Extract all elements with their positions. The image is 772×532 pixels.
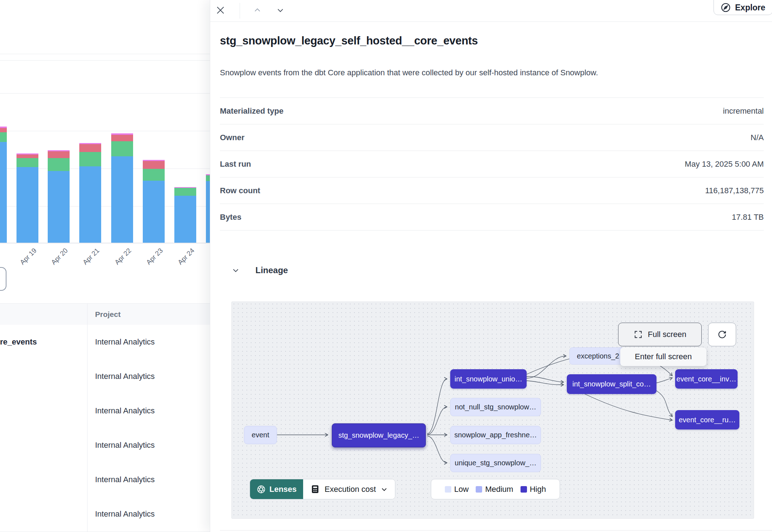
lineage-node-unio[interactable]: int_snowplow_unio… [450, 369, 527, 389]
lineage-node-exceptions[interactable]: exceptions_2 [569, 347, 627, 365]
lineage-section-header[interactable]: Lineage [232, 265, 288, 275]
table-row[interactable]: re_eventsInternal Analytics [0, 325, 210, 360]
lineage-canvas[interactable]: eventstg_snowplow_legacy_…int_snowplow_u… [231, 301, 754, 519]
explore-button[interactable]: Explore [714, 0, 772, 15]
lineage-node-inv[interactable]: event_core__inv… [675, 369, 738, 389]
stacked-bar[interactable] [0, 127, 7, 243]
legend-label: High [530, 485, 546, 494]
detail-value: N/A [750, 133, 764, 142]
section-divider [220, 530, 772, 531]
detail-row: Materialized typeincremental [220, 98, 764, 124]
project-cell: Internal Analytics [95, 394, 155, 428]
stacked-bar[interactable] [79, 143, 101, 243]
detail-label: Row count [220, 186, 260, 195]
bar-segment-blue-segment [0, 142, 7, 243]
stacked-bar[interactable] [174, 187, 196, 243]
lineage-node-app_fresh[interactable]: snowplow_app_freshne… [450, 426, 541, 444]
next-item-button[interactable] [273, 3, 287, 17]
lineage-node-unique[interactable]: unique_stg_snowplow_… [450, 454, 541, 472]
chart-gridline [0, 93, 210, 94]
x-axis-label: Apr 22 [106, 247, 133, 274]
bar-segment-red-segment [143, 161, 165, 169]
bar-segment-green-segment [0, 132, 7, 142]
model-title: stg_snowplow_legacy_self_hosted__core_ev… [220, 34, 478, 47]
stacked-bar[interactable] [143, 160, 165, 243]
detail-value: 116,187,138,775 [705, 186, 764, 195]
x-axis-label: Apr 24 [169, 247, 196, 274]
detail-label: Last run [220, 160, 251, 169]
detail-label: Bytes [220, 213, 241, 222]
stacked-bar[interactable] [17, 153, 38, 243]
legend-item-medium: Medium [476, 485, 513, 494]
explore-label: Explore [735, 3, 765, 13]
table-header: Project [0, 303, 210, 326]
fullscreen-button[interactable]: Full screen [618, 323, 702, 346]
close-button[interactable] [213, 3, 227, 17]
detail-value: incremental [723, 106, 764, 116]
chart-gridline [0, 131, 210, 131]
detail-label: Materialized type [220, 106, 283, 116]
lenses-button[interactable]: Lenses [250, 479, 303, 499]
calculator-icon [310, 484, 320, 494]
detail-row: Last runMay 13, 2025 5:00 AM [220, 151, 764, 177]
lineage-node-stg[interactable]: stg_snowplow_legacy_… [332, 423, 426, 447]
model-description: Snowplow events from the dbt Core applic… [220, 68, 598, 77]
bar-segment-red-segment [111, 135, 133, 141]
refresh-button[interactable] [708, 323, 736, 346]
bar-segment-blue-segment [79, 166, 101, 243]
bar-segment-blue-segment [143, 181, 165, 243]
table-row[interactable]: Internal Analytics [0, 359, 210, 394]
legend-swatch [445, 486, 451, 493]
fullscreen-tooltip: Enter full screen [620, 347, 706, 366]
model-detail-panel: Explore stg_snowplow_legacy_self_hosted_… [210, 0, 772, 532]
chevron-down-icon [232, 266, 240, 274]
x-axis-label: Apr 21 [74, 247, 101, 274]
project-cell: Internal Analytics [95, 428, 155, 462]
toolbar-divider [240, 3, 240, 19]
legend-label: Low [454, 485, 469, 494]
lineage-node-split[interactable]: int_snowplow_split_co… [567, 374, 656, 394]
lenses-control: Lenses Execution cost [250, 479, 395, 499]
stacked-bar[interactable] [111, 133, 133, 243]
bar-segment-red-segment [0, 128, 7, 132]
bar-segment-red-segment [79, 144, 101, 152]
stacked-bar[interactable] [48, 150, 70, 243]
detail-row: Row count116,187,138,775 [220, 177, 764, 204]
table-row[interactable]: Internal Analytics [0, 462, 210, 497]
cost-legend: LowMediumHigh [431, 479, 560, 499]
table-row[interactable]: Internal Analytics [0, 428, 210, 463]
x-axis-label: Apr 20 [42, 247, 69, 274]
previous-item-button[interactable] [250, 3, 264, 17]
bar-segment-green-segment [17, 158, 38, 167]
chevron-down-icon [381, 486, 388, 493]
bar-segment-blue-segment [48, 171, 70, 243]
project-cell: Internal Analytics [95, 325, 155, 359]
model-details-list: Materialized typeincrementalOwnerN/ALast… [220, 98, 764, 231]
lens-selector-dropdown[interactable]: Execution cost [303, 479, 395, 499]
expand-icon [634, 330, 643, 339]
lineage-node-not_null[interactable]: not_null_stg_snowplow… [450, 398, 541, 416]
detail-row: Bytes17.81 TB [220, 204, 764, 231]
chevron-up-icon [253, 6, 262, 14]
chevron-down-icon [276, 6, 284, 14]
lineage-node-event[interactable]: event [244, 426, 277, 444]
bar-segment-blue-segment [17, 167, 38, 243]
legend-item-high: High [521, 485, 546, 494]
lineage-node-ru[interactable]: event_core__ru… [675, 410, 739, 429]
refresh-icon [717, 329, 727, 339]
project-cell: Internal Analytics [95, 462, 155, 497]
fullscreen-label: Full screen [648, 330, 687, 339]
table-row[interactable]: Internal Analytics [0, 394, 210, 428]
bar-segment-green-segment [143, 169, 165, 181]
card-divider [0, 54, 210, 54]
cutoff-pill-button[interactable] [0, 267, 6, 291]
detail-value: 17.81 TB [732, 213, 764, 222]
x-axis-label: Apr 19 [11, 247, 38, 274]
close-icon [216, 5, 225, 15]
bar-segment-blue-segment [111, 156, 133, 243]
bar-segment-blue-segment [174, 196, 196, 243]
legend-item-low: Low [445, 485, 469, 494]
table-column-divider [87, 303, 88, 532]
legend-swatch [521, 486, 527, 493]
table-row[interactable]: Internal Analytics [0, 497, 210, 532]
